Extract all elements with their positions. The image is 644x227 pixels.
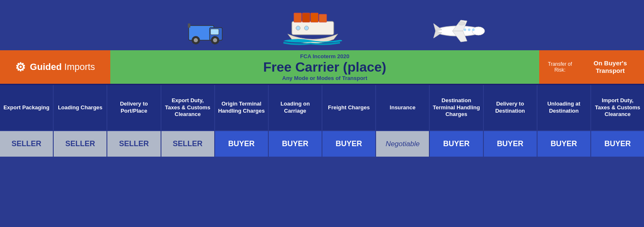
title-subtitle: FCA Incoterm 2020 bbox=[300, 53, 349, 59]
title-tagline: Any Mode or Modes of Transport bbox=[282, 75, 367, 81]
svg-point-4 bbox=[194, 38, 198, 42]
value-cell-2: SELLER bbox=[107, 131, 161, 157]
logo-icon: ⚙ bbox=[15, 60, 26, 74]
value-cell-9: BUYER bbox=[484, 131, 538, 157]
plane-icon bbox=[431, 15, 486, 48]
svg-rect-12 bbox=[319, 14, 327, 22]
col-header-4: Origin Terminal Handling Charges bbox=[215, 85, 269, 131]
value-cell-8: BUYER bbox=[430, 131, 483, 157]
title-cell: FCA Incoterm 2020 Free Carrier (place) A… bbox=[110, 50, 539, 84]
svg-point-14 bbox=[304, 26, 309, 30]
col-header-6: Freight Charges bbox=[322, 85, 376, 131]
ship-icon bbox=[283, 7, 342, 50]
risk-label: Transfer of Risk: bbox=[543, 61, 577, 73]
svg-point-18 bbox=[468, 28, 470, 31]
logo-text: Guided Imports bbox=[30, 62, 95, 72]
col-header-2: Delivery to Port/Place bbox=[107, 85, 161, 131]
svg-point-17 bbox=[464, 28, 466, 31]
risk-cell: Transfer of Risk: On Buyer's Transport bbox=[539, 50, 644, 84]
svg-rect-7 bbox=[188, 23, 190, 28]
svg-rect-9 bbox=[294, 13, 301, 22]
logo-bold: Guided bbox=[30, 62, 62, 72]
col-headers-row: Export PackagingLoading ChargesDelivery … bbox=[0, 84, 644, 131]
col-header-0: Export Packaging bbox=[0, 85, 54, 131]
value-cell-3: SELLER bbox=[161, 131, 215, 157]
svg-point-16 bbox=[472, 27, 485, 35]
truck-icon bbox=[187, 15, 229, 50]
svg-rect-2 bbox=[210, 29, 219, 35]
page-wrapper: ⚙ Guided Imports FCA Incoterm 2020 Free … bbox=[0, 0, 644, 173]
value-cell-7: Negotiable bbox=[376, 131, 430, 157]
title-main: Free Carrier (place) bbox=[263, 59, 386, 75]
value-cell-4: BUYER bbox=[215, 131, 269, 157]
logo-cell: ⚙ Guided Imports bbox=[0, 50, 110, 84]
svg-point-19 bbox=[472, 28, 475, 31]
logo-normal: Imports bbox=[64, 62, 95, 72]
col-header-10: Unloading at Destination bbox=[538, 85, 591, 131]
values-row: SELLERSELLERSELLERSELLERBUYERBUYERBUYERN… bbox=[0, 131, 644, 157]
value-cell-1: SELLER bbox=[54, 131, 107, 157]
value-cell-6: BUYER bbox=[322, 131, 376, 157]
col-header-3: Export Duty, Taxes & Customs Clearance bbox=[161, 85, 215, 131]
svg-point-20 bbox=[458, 22, 465, 25]
col-header-5: Loading on Carriage bbox=[269, 85, 322, 131]
col-header-9: Delivery to Destination bbox=[484, 85, 538, 131]
col-header-1: Loading Charges bbox=[54, 85, 107, 131]
col-header-8: Destination Terminal Handling Charges bbox=[430, 85, 483, 131]
svg-point-6 bbox=[213, 38, 217, 42]
value-cell-5: BUYER bbox=[269, 131, 322, 157]
risk-value: On Buyer's Transport bbox=[580, 59, 641, 75]
header-row: ⚙ Guided Imports FCA Incoterm 2020 Free … bbox=[0, 50, 644, 84]
value-cell-11: BUYER bbox=[591, 131, 644, 157]
icons-row bbox=[0, 0, 644, 50]
svg-rect-11 bbox=[311, 13, 318, 22]
col-header-11: Import Duty, Taxes & Customs Clearance bbox=[591, 85, 644, 131]
svg-rect-10 bbox=[302, 13, 310, 22]
value-cell-0: SELLER bbox=[0, 131, 54, 157]
col-header-7: Insurance bbox=[376, 85, 430, 131]
svg-point-13 bbox=[296, 26, 300, 30]
value-cell-10: BUYER bbox=[538, 131, 591, 157]
